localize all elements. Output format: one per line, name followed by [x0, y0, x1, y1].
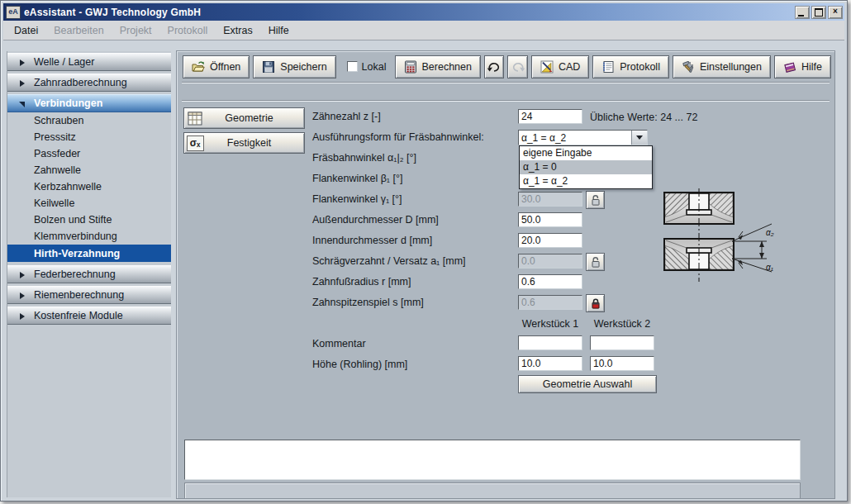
usual-values-hint: Übliche Werte: 24 ... 72 — [590, 111, 697, 124]
app-icon: eA — [6, 6, 21, 19]
hoehe-input-2[interactable] — [590, 356, 654, 371]
werkstueck1-header: Werkstück 1 — [517, 317, 583, 330]
menu-extras[interactable]: Extras — [217, 23, 258, 38]
werkstueck2-header: Werkstück 2 — [589, 317, 655, 330]
lock-button-gamma[interactable] — [586, 191, 605, 209]
combobox-arrow-button[interactable] — [631, 131, 647, 145]
sidebar-item-keilwelle[interactable]: Keilwelle — [7, 195, 171, 212]
ausfuehrungsform-combobox[interactable]: α_1 = α_2 — [518, 130, 648, 145]
undo-arrow-icon — [487, 61, 502, 73]
save-button[interactable]: Speichern — [253, 55, 335, 78]
geometrie-view-button[interactable]: Geometrie — [183, 107, 305, 129]
dropdown-option-alpha1-alpha2[interactable]: α_1 = α_2 — [520, 174, 652, 188]
innendurchmesser-input[interactable] — [518, 233, 582, 248]
chevron-right-icon — [20, 59, 25, 66]
zaehnezahl-input[interactable] — [518, 109, 582, 124]
calculate-button[interactable]: Berechnen — [395, 55, 481, 78]
chevron-expanded-icon — [19, 102, 25, 107]
label-flankenwinkel-gamma: Flankenwinkel γ₁ [°] — [312, 193, 402, 206]
label-schraegverzahnt: Schrägverzahnt / Versatz a₁ [mm] — [312, 254, 466, 268]
sidebar-item-presssitz[interactable]: Presssitz — [7, 129, 171, 145]
redo-button — [507, 55, 527, 78]
sidebar-item-schrauben[interactable]: Schrauben — [7, 112, 171, 129]
chevron-right-icon — [20, 272, 25, 278]
menu-projekt: Projekt — [114, 23, 158, 38]
label-innendurchmesser: Innendurchmesser d [mm] — [312, 234, 432, 247]
menu-hilfe[interactable]: Hilfe — [263, 23, 295, 38]
versatz-input — [518, 254, 582, 269]
dropdown-option-alpha1-0[interactable]: α_1 = 0 — [520, 160, 652, 174]
sidebar-item-klemmverbindung[interactable]: Klemmverbindung — [7, 228, 171, 245]
menu-bar: Datei Bearbeiten Projekt Protokoll Extra… — [3, 21, 844, 40]
toolbar: Öffnen Speichern Lokal — [177, 51, 834, 82]
alpha2-label: α₂ — [766, 228, 774, 237]
bottom-panel-edge — [184, 483, 801, 498]
app-window: eA eAssistant - GWJ Technology GmbH × Da… — [0, 0, 848, 502]
minimize-button[interactable] — [795, 6, 810, 19]
aussendurchmesser-input[interactable] — [518, 212, 582, 227]
geometrie-auswahl-button[interactable]: Geometrie Auswahl — [518, 375, 657, 393]
undo-button[interactable] — [484, 55, 504, 78]
sidebar-item-verbindungen[interactable]: Verbindungen — [7, 94, 171, 112]
maximize-button[interactable] — [811, 6, 826, 19]
chevron-right-icon — [20, 80, 25, 87]
open-padlock-icon — [591, 256, 601, 268]
sidebar-item-hirth-verzahnung[interactable]: Hirth-Verzahnung — [7, 245, 171, 262]
alpha1-label: α₁ — [766, 263, 773, 272]
sidebar-item-bolzen-und-stifte[interactable]: Bolzen und Stifte — [7, 212, 171, 228]
window-title: eAssistant - GWJ Technology GmbH — [24, 7, 201, 18]
dropdown-option-eigene-eingabe[interactable]: eigene Eingabe — [520, 146, 652, 160]
zahnfussradius-input[interactable] — [518, 274, 582, 289]
kommentar-input-2[interactable] — [590, 335, 654, 350]
lock-button-zahnspitzenspiel[interactable] — [586, 294, 605, 312]
label-zaehnezahl: Zähnezahl z [-] — [312, 110, 381, 123]
kommentar-input-1[interactable] — [518, 335, 582, 350]
sidebar-item-kostenfreie-module[interactable]: Kostenfreie Module — [7, 307, 171, 325]
sigma-x-icon: σₓ — [186, 135, 204, 151]
local-checkbox-group: Lokal — [347, 61, 387, 73]
sidebar-item-kerbzahnwelle[interactable]: Kerbzahnwelle — [7, 178, 171, 195]
festigkeit-view-button[interactable]: σₓ Festigkeit — [183, 132, 305, 154]
local-checkbox[interactable] — [347, 61, 358, 72]
sidebar-item-riemenberechnung[interactable]: Riemenberechnung — [7, 286, 171, 304]
close-button[interactable]: × — [828, 6, 843, 19]
label-aussendurchmesser: Außendurchmesser D [mm] — [312, 213, 439, 226]
local-checkbox-label: Lokal — [362, 61, 387, 73]
floppy-disk-icon — [262, 60, 275, 74]
message-area — [184, 440, 801, 480]
help-button[interactable]: Hilfe — [774, 55, 831, 78]
menu-bearbeiten: Bearbeiten — [48, 23, 109, 38]
chevron-down-icon — [636, 136, 643, 140]
hoehe-input-1[interactable] — [518, 356, 582, 371]
label-kommentar: Kommentar — [312, 337, 366, 350]
sidebar-item-zahnwelle[interactable]: Zahnwelle — [7, 162, 171, 178]
tools-icon — [682, 60, 695, 74]
redo-arrow-icon — [511, 61, 525, 73]
book-icon — [783, 60, 796, 74]
zahnspitzenspiel-input — [518, 295, 582, 310]
chevron-right-icon — [20, 313, 25, 320]
cad-button[interactable]: CAD — [531, 55, 589, 78]
hirth-coupling-diagram: α₂ α₁ — [659, 188, 777, 283]
sidebar-item-zahnradberechnung[interactable]: Zahnradberechnung — [7, 74, 171, 92]
sidebar-item-passfeder[interactable]: Passfeder — [7, 145, 171, 162]
title-bar: eA eAssistant - GWJ Technology GmbH × — [3, 3, 844, 21]
label-hoehe-rohling: Höhe (Rohling) [mm] — [312, 358, 407, 371]
settings-button[interactable]: Einstellungen — [673, 55, 771, 78]
main-panel: Öffnen Speichern Lokal — [176, 50, 835, 499]
dropdown-list: eigene Eingabe α_1 = 0 α_1 = α_2 — [519, 145, 653, 189]
label-zahnspitzenspiel: Zahnspitzenspiel s [mm] — [312, 296, 424, 309]
ruler-pen-icon — [540, 60, 554, 74]
calculator-icon — [404, 60, 417, 74]
open-button[interactable]: Öffnen — [183, 55, 250, 78]
menu-datei[interactable]: Datei — [8, 23, 44, 38]
grid-icon — [186, 110, 204, 126]
label-ausfuehrungsform: Ausführungsform für Fräsbahnwinkel: — [312, 131, 484, 144]
open-padlock-icon — [591, 194, 601, 206]
open-folder-icon — [192, 60, 205, 74]
lock-button-versatz[interactable] — [586, 253, 605, 271]
protocol-button[interactable]: Protokoll — [592, 55, 669, 78]
sidebar-item-federberechnung[interactable]: Federberechnung — [7, 265, 171, 283]
sidebar-item-welle-lager[interactable]: Welle / Lager — [7, 53, 171, 71]
minimize-icon — [798, 15, 804, 17]
